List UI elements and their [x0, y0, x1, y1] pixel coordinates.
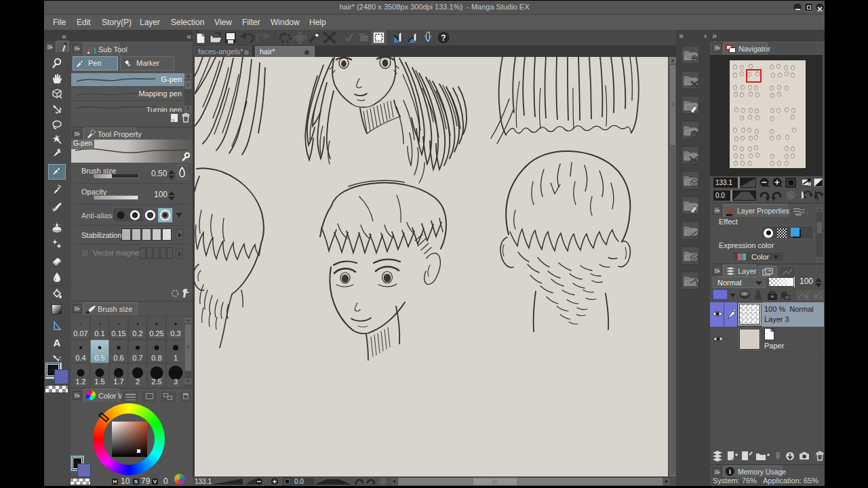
svg-text:0.3: 0.3 — [170, 329, 180, 338]
svg-text:0.0: 0.0 — [715, 192, 725, 199]
svg-text:0.7: 0.7 — [132, 354, 142, 362]
svg-text:0.8: 0.8 — [151, 354, 161, 362]
svg-text:0.4: 0.4 — [75, 354, 85, 362]
svg-text:0.25: 0.25 — [149, 329, 163, 338]
svg-text:0.6: 0.6 — [113, 354, 123, 362]
svg-text:133.1: 133.1 — [195, 478, 212, 485]
svg-text:1.7: 1.7 — [113, 378, 123, 386]
svg-text:3: 3 — [174, 378, 178, 386]
svg-text:0.2: 0.2 — [132, 329, 142, 338]
svg-text:0.07: 0.07 — [73, 329, 87, 338]
svg-text:0.5: 0.5 — [94, 354, 104, 362]
svg-text:0.1: 0.1 — [94, 329, 104, 338]
svg-text:2: 2 — [136, 378, 140, 386]
svg-text:2.5: 2.5 — [151, 378, 161, 386]
svg-text:1.2: 1.2 — [75, 378, 85, 386]
svg-text:133.1: 133.1 — [715, 179, 732, 186]
svg-text:?: ? — [441, 33, 446, 43]
svg-text:0.0: 0.0 — [294, 478, 304, 485]
svg-text:0.15: 0.15 — [111, 329, 125, 338]
svg-text:1.5: 1.5 — [94, 378, 104, 386]
svg-text:1: 1 — [174, 354, 178, 362]
